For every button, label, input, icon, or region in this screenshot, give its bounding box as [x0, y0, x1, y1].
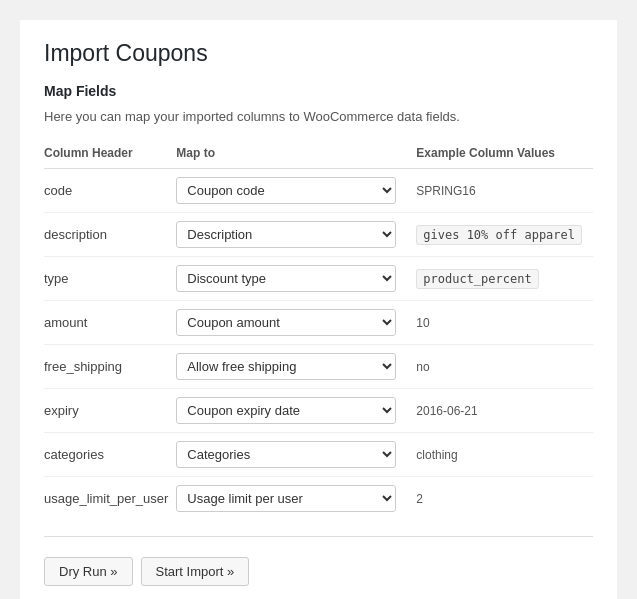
map-select-categories[interactable]: Coupon codeDescriptionDiscount typeCoupo…: [176, 441, 396, 468]
table-row: usage_limit_per_userCoupon codeDescripti…: [44, 477, 593, 521]
map-to-cell: Coupon codeDescriptionDiscount typeCoupo…: [176, 301, 416, 345]
dry-run-button[interactable]: Dry Run »: [44, 557, 133, 586]
example-value-cell: 2016-06-21: [416, 389, 593, 433]
column-name-cell: description: [44, 213, 176, 257]
col-header-map: Map to: [176, 140, 416, 169]
map-to-cell: Coupon codeDescriptionDiscount typeCoupo…: [176, 477, 416, 521]
description-text: Here you can map your imported columns t…: [44, 109, 593, 124]
start-import-button[interactable]: Start Import »: [141, 557, 250, 586]
map-to-cell: Coupon codeDescriptionDiscount typeCoupo…: [176, 389, 416, 433]
column-name-cell: free_shipping: [44, 345, 176, 389]
map-to-cell: Coupon codeDescriptionDiscount typeCoupo…: [176, 169, 416, 213]
map-to-cell: Coupon codeDescriptionDiscount typeCoupo…: [176, 345, 416, 389]
footer-divider: [44, 536, 593, 537]
example-value-cell: gives 10% off apparel: [416, 213, 593, 257]
column-name-cell: expiry: [44, 389, 176, 433]
page-container: Import Coupons Map Fields Here you can m…: [20, 20, 617, 599]
example-value-cell: SPRING16: [416, 169, 593, 213]
section-title: Map Fields: [44, 83, 593, 99]
column-name-cell: code: [44, 169, 176, 213]
column-name-cell: usage_limit_per_user: [44, 477, 176, 521]
map-to-cell: Coupon codeDescriptionDiscount typeCoupo…: [176, 213, 416, 257]
map-select-usage_limit_per_user[interactable]: Coupon codeDescriptionDiscount typeCoupo…: [176, 485, 396, 512]
col-header-example: Example Column Values: [416, 140, 593, 169]
column-name-cell: type: [44, 257, 176, 301]
footer-buttons: Dry Run » Start Import »: [44, 557, 593, 586]
table-row: amountCoupon codeDescriptionDiscount typ…: [44, 301, 593, 345]
example-value-cell: clothing: [416, 433, 593, 477]
mapping-table: Column Header Map to Example Column Valu…: [44, 140, 593, 520]
example-value-cell: product_percent: [416, 257, 593, 301]
map-select-code[interactable]: Coupon codeDescriptionDiscount typeCoupo…: [176, 177, 396, 204]
table-row: free_shippingCoupon codeDescriptionDisco…: [44, 345, 593, 389]
map-select-expiry[interactable]: Coupon codeDescriptionDiscount typeCoupo…: [176, 397, 396, 424]
map-select-amount[interactable]: Coupon codeDescriptionDiscount typeCoupo…: [176, 309, 396, 336]
page-title: Import Coupons: [44, 40, 593, 67]
map-select-free_shipping[interactable]: Coupon codeDescriptionDiscount typeCoupo…: [176, 353, 396, 380]
map-to-cell: Coupon codeDescriptionDiscount typeCoupo…: [176, 257, 416, 301]
table-row: categoriesCoupon codeDescriptionDiscount…: [44, 433, 593, 477]
example-value-cell: 2: [416, 477, 593, 521]
example-code-value: product_percent: [416, 269, 538, 289]
column-name-cell: categories: [44, 433, 176, 477]
table-row: codeCoupon codeDescriptionDiscount typeC…: [44, 169, 593, 213]
col-header-column: Column Header: [44, 140, 176, 169]
map-to-cell: Coupon codeDescriptionDiscount typeCoupo…: [176, 433, 416, 477]
table-row: descriptionCoupon codeDescriptionDiscoun…: [44, 213, 593, 257]
table-row: expiryCoupon codeDescriptionDiscount typ…: [44, 389, 593, 433]
column-name-cell: amount: [44, 301, 176, 345]
table-row: typeCoupon codeDescriptionDiscount typeC…: [44, 257, 593, 301]
example-value-cell: 10: [416, 301, 593, 345]
example-value-cell: no: [416, 345, 593, 389]
map-select-type[interactable]: Coupon codeDescriptionDiscount typeCoupo…: [176, 265, 396, 292]
map-select-description[interactable]: Coupon codeDescriptionDiscount typeCoupo…: [176, 221, 396, 248]
example-code-value: gives 10% off apparel: [416, 225, 582, 245]
